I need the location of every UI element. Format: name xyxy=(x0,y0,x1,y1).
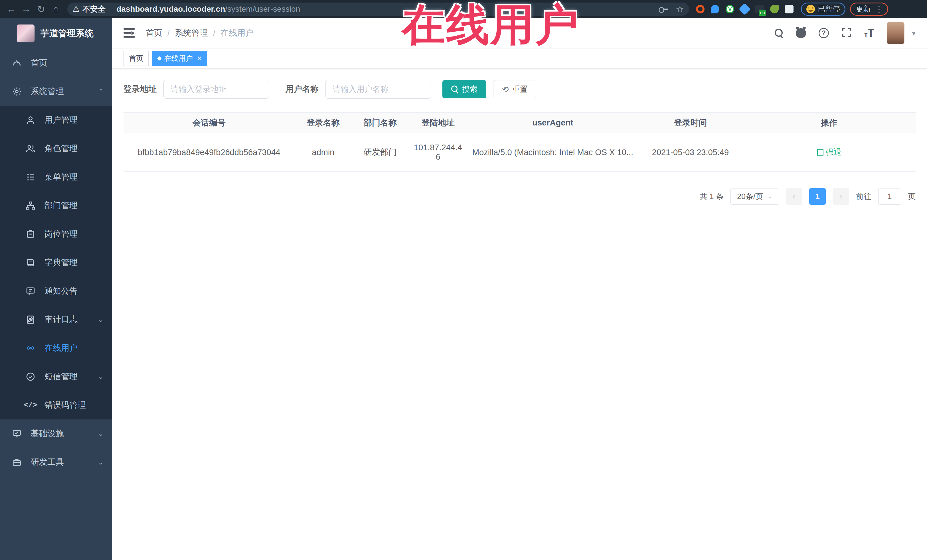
org-tree-icon xyxy=(26,201,35,211)
forward-icon[interactable]: → xyxy=(19,2,33,17)
chevron-down-icon: ⌄ xyxy=(98,373,103,381)
sidebar-item-audit-log[interactable]: 审计日志 ⌄ xyxy=(0,305,112,334)
username-label: 用户名称 xyxy=(286,83,319,95)
page-size-select[interactable]: 20条/页 ⌄ xyxy=(731,188,779,205)
refresh-icon: ⟲ xyxy=(502,85,509,94)
search-button[interactable]: 搜索 xyxy=(442,80,486,99)
sidebar-item-dept-mgmt[interactable]: 部门管理 xyxy=(0,191,112,220)
col-user-agent: userAgent xyxy=(467,112,638,133)
sidebar-item-label: 短信管理 xyxy=(44,371,78,382)
browser-menu-icon[interactable]: ⋮ xyxy=(875,4,883,14)
tag-label: 在线用户 xyxy=(164,54,193,63)
extension-icon[interactable] xyxy=(739,3,751,15)
col-session-id: 会话编号 xyxy=(123,112,295,133)
reset-button[interactable]: ⟲ 重置 xyxy=(493,80,536,99)
username-input[interactable] xyxy=(325,80,431,99)
pagination: 共 1 条 20条/页 ⌄ ‹ 1 › 前往 页 xyxy=(123,188,916,205)
reload-icon[interactable]: ↻ xyxy=(33,2,49,17)
emoji-avatar-icon xyxy=(806,5,815,14)
roles-icon xyxy=(26,144,35,153)
sidebar-item-menu-mgmt[interactable]: 菜单管理 xyxy=(0,163,112,191)
caret-down-icon[interactable]: ▾ xyxy=(912,29,916,38)
extensions-puzzle-icon[interactable] xyxy=(785,5,793,14)
browser-chrome: ← → ↻ ⌂ ⚠ 不安全 dashboard.yudao.iocoder.cn… xyxy=(0,0,927,18)
chevron-down-icon: ⌄ xyxy=(98,430,103,438)
cell-dept-name: 研发部门 xyxy=(352,133,409,171)
app-title: 芋道管理系统 xyxy=(41,27,94,39)
tag-online-users[interactable]: 在线用户 ✕ xyxy=(152,51,207,66)
sidebar-item-label: 首页 xyxy=(31,57,47,69)
help-icon[interactable]: ? xyxy=(819,28,829,38)
sidebar-item-online-users[interactable]: 在线用户 xyxy=(0,334,112,363)
sidebar-item-dict-mgmt[interactable]: 字典管理 xyxy=(0,248,112,277)
system-submenu: 用户管理 角色管理 菜单管理 部门管理 岗位管理 xyxy=(0,106,112,419)
font-size-icon[interactable]: тT xyxy=(864,27,874,39)
sidebar-item-label: 系统管理 xyxy=(31,86,64,97)
sidebar-item-label: 审计日志 xyxy=(44,314,78,325)
cell-session-id: bfbb1ab79ba849e49fb26ddb56a73044 xyxy=(123,133,295,171)
chevron-down-icon: ⌄ xyxy=(98,458,103,466)
extension-icon[interactable] xyxy=(711,5,719,14)
search-icon[interactable] xyxy=(775,29,783,37)
breadcrumb: 首页 / 系统管理 / 在线用户 xyxy=(146,27,254,39)
goto-page-input[interactable] xyxy=(878,188,901,205)
close-icon[interactable]: ✕ xyxy=(197,55,202,62)
back-icon[interactable]: ← xyxy=(4,2,19,17)
infra-monitor-icon xyxy=(12,429,22,439)
search-icon xyxy=(451,85,459,93)
sidebar-item-home[interactable]: 首页 xyxy=(0,49,112,77)
col-actions: 操作 xyxy=(742,112,916,133)
sidebar-item-system[interactable]: 系统管理 ⌃ xyxy=(0,77,112,106)
profile-paused-chip[interactable]: 已暂停 xyxy=(801,3,845,16)
sidebar-item-user-mgmt[interactable]: 用户管理 xyxy=(0,106,112,134)
sidebar-item-label: 在线用户 xyxy=(44,343,78,354)
dashboard-icon xyxy=(12,58,22,68)
sidebar-item-error-code[interactable]: </> 错误码管理 xyxy=(0,391,112,419)
sidebar-item-infra[interactable]: 基础设施 ⌄ xyxy=(0,419,112,448)
breadcrumb-system[interactable]: 系统管理 xyxy=(175,27,208,39)
sidebar-item-role-mgmt[interactable]: 角色管理 xyxy=(0,134,112,163)
tag-label: 首页 xyxy=(129,54,143,63)
audit-log-icon xyxy=(26,315,35,325)
page-number-1[interactable]: 1 xyxy=(809,188,826,205)
extension-icon[interactable] xyxy=(696,5,705,14)
security-chip[interactable]: ⚠ 不安全 xyxy=(73,4,106,14)
table-row: bfbb1ab79ba849e49fb26ddb56a73044 admin 研… xyxy=(123,133,916,171)
bookmark-star-icon[interactable]: ☆ xyxy=(676,4,684,15)
chrome-update-button[interactable]: 更新 ⋮ xyxy=(850,3,888,16)
sidebar-item-sms-mgmt[interactable]: 短信管理 ⌄ xyxy=(0,363,112,391)
col-dept-name: 部门名称 xyxy=(352,112,409,133)
sidebar: 芋道管理系统 首页 系统管理 ⌃ 用户管理 角色管理 xyxy=(0,18,112,560)
app-logo-row[interactable]: 芋道管理系统 xyxy=(0,18,112,49)
fullscreen-icon[interactable] xyxy=(842,27,852,39)
next-page-button[interactable]: › xyxy=(833,188,849,205)
extension-icon[interactable]: V xyxy=(726,5,734,14)
sessions-table: 会话编号 登录名称 部门名称 登陆地址 userAgent 登录时间 操作 bf… xyxy=(123,112,916,171)
sidebar-item-notice[interactable]: 通知公告 xyxy=(0,277,112,305)
breadcrumb-home[interactable]: 首页 xyxy=(146,27,162,39)
home-icon[interactable]: ⌂ xyxy=(49,2,63,17)
total-count: 共 1 条 xyxy=(700,191,723,202)
password-key-icon[interactable] xyxy=(659,6,668,12)
dict-book-icon xyxy=(26,258,35,267)
sidebar-item-label: 错误码管理 xyxy=(44,399,86,411)
error-code-icon: </> xyxy=(26,400,35,410)
active-dot xyxy=(158,56,161,61)
address-bar[interactable]: ⚠ 不安全 dashboard.yudao.iocoder.cn/system/… xyxy=(67,3,689,16)
extension-icon[interactable] xyxy=(770,5,779,14)
force-logout-button[interactable]: 强退 xyxy=(817,147,842,158)
hamburger-icon[interactable] xyxy=(123,28,135,38)
login-addr-input[interactable] xyxy=(163,80,269,99)
prev-page-button[interactable]: ‹ xyxy=(786,188,802,205)
user-avatar[interactable] xyxy=(887,22,904,44)
extensions-row: V xyxy=(696,5,793,14)
divider xyxy=(111,5,111,13)
sidebar-item-post-mgmt[interactable]: 岗位管理 xyxy=(0,220,112,248)
sidebar-item-devtools[interactable]: 研发工具 ⌄ xyxy=(0,448,112,477)
table-header-row: 会话编号 登录名称 部门名称 登陆地址 userAgent 登录时间 操作 xyxy=(123,112,916,133)
extension-icon[interactable] xyxy=(755,5,764,14)
sms-shield-icon xyxy=(26,372,35,381)
tag-home[interactable]: 首页 xyxy=(123,51,149,66)
github-icon[interactable] xyxy=(796,28,806,38)
cell-login-name: admin xyxy=(295,133,352,171)
